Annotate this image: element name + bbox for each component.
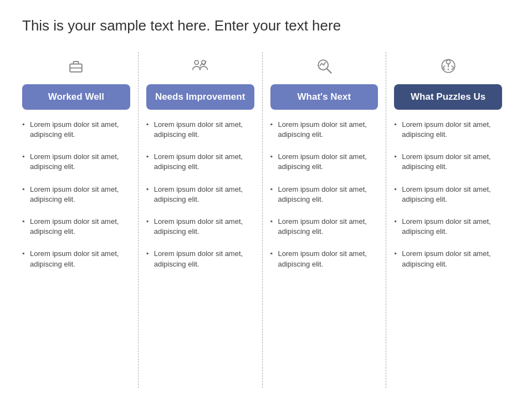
bullet-list-whats-next: Lorem ipsum dolor sit amet, adipiscing e… <box>270 120 378 388</box>
list-item: Lorem ipsum dolor sit amet, adipiscing e… <box>146 185 254 204</box>
column-needs-improvement: Needs ImprovementLorem ipsum dolor sit a… <box>139 52 263 388</box>
list-item: Lorem ipsum dolor sit amet, adipiscing e… <box>146 152 254 172</box>
list-item: Lorem ipsum dolor sit amet, adipiscing e… <box>146 249 254 269</box>
list-item: Lorem ipsum dolor sit amet, adipiscing e… <box>394 185 502 204</box>
list-item: Lorem ipsum dolor sit amet, adipiscing e… <box>394 152 502 172</box>
list-item: Lorem ipsum dolor sit amet, adipiscing e… <box>22 249 130 269</box>
svg-point-2 <box>195 60 198 64</box>
col-header-worked-well: Worked Well <box>22 84 130 110</box>
page-title: This is your sample text here. Enter you… <box>22 17 510 35</box>
col-header-needs-improvement: Needs Improvement <box>146 84 254 110</box>
col-header-whats-next: What's Next <box>270 84 378 110</box>
list-item: Lorem ipsum dolor sit amet, adipiscing e… <box>146 217 254 237</box>
list-item: Lorem ipsum dolor sit amet, adipiscing e… <box>270 185 378 204</box>
svg-line-5 <box>327 69 331 73</box>
svg-point-8 <box>447 69 449 70</box>
list-item: Lorem ipsum dolor sit amet, adipiscing e… <box>146 120 254 140</box>
col-header-what-puzzles-us: What Puzzles Us <box>394 84 502 110</box>
list-item: Lorem ipsum dolor sit amet, adipiscing e… <box>394 120 502 140</box>
column-whats-next: What's NextLorem ipsum dolor sit amet, a… <box>263 52 387 388</box>
list-item: Lorem ipsum dolor sit amet, adipiscing e… <box>270 120 378 140</box>
columns-container: Worked WellLorem ipsum dolor sit amet, a… <box>22 52 510 388</box>
bullet-list-worked-well: Lorem ipsum dolor sit amet, adipiscing e… <box>22 120 130 388</box>
search-chart-icon <box>270 52 378 80</box>
column-what-puzzles-us: What Puzzles UsLorem ipsum dolor sit ame… <box>386 52 510 388</box>
list-item: Lorem ipsum dolor sit amet, adipiscing e… <box>270 152 378 172</box>
list-item: Lorem ipsum dolor sit amet, adipiscing e… <box>394 249 502 269</box>
bullet-list-needs-improvement: Lorem ipsum dolor sit amet, adipiscing e… <box>146 120 254 388</box>
list-item: Lorem ipsum dolor sit amet, adipiscing e… <box>22 152 130 172</box>
list-item: Lorem ipsum dolor sit amet, adipiscing e… <box>22 185 130 204</box>
people-chart-icon <box>146 52 254 80</box>
bullet-list-what-puzzles-us: Lorem ipsum dolor sit amet, adipiscing e… <box>394 120 502 388</box>
page: This is your sample text here. Enter you… <box>0 0 532 399</box>
list-item: Lorem ipsum dolor sit amet, adipiscing e… <box>22 120 130 140</box>
column-worked-well: Worked WellLorem ipsum dolor sit amet, a… <box>22 52 139 388</box>
list-item: Lorem ipsum dolor sit amet, adipiscing e… <box>270 249 378 269</box>
list-item: Lorem ipsum dolor sit amet, adipiscing e… <box>22 217 130 237</box>
list-item: Lorem ipsum dolor sit amet, adipiscing e… <box>270 217 378 237</box>
brain-question-icon <box>394 52 502 80</box>
briefcase-icon <box>22 52 130 80</box>
list-item: Lorem ipsum dolor sit amet, adipiscing e… <box>394 217 502 237</box>
